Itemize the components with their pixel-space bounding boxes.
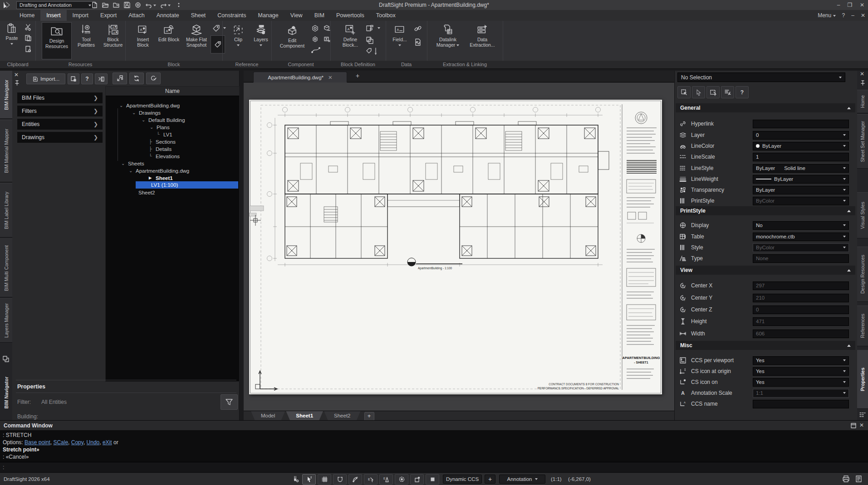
edit-component-button[interactable]: Edit Component — [278, 24, 307, 48]
accordion-filters[interactable]: Filters❯ — [17, 106, 103, 116]
pencil-icon[interactable] — [374, 47, 378, 55]
entity-snap-toggle[interactable]: E — [364, 474, 378, 485]
tab-sheet1[interactable]: Sheet1 — [286, 411, 323, 421]
undo-icon[interactable] — [145, 1, 152, 9]
entity-track-toggle[interactable]: E — [379, 474, 393, 485]
scale-add-button[interactable]: + — [485, 475, 495, 484]
tree-node-plans[interactable]: ⌄Plans — [150, 124, 170, 131]
tab-model[interactable]: Model — [251, 411, 285, 421]
menu-constraints[interactable]: Constraints — [211, 10, 252, 21]
linescale-value[interactable]: 1 — [753, 153, 849, 161]
menu-insert[interactable]: Insert — [40, 10, 66, 21]
menu-annotate[interactable]: Annotate — [151, 10, 185, 21]
component-delete-icon[interactable] — [323, 35, 331, 43]
grid-toggle[interactable] — [318, 474, 331, 485]
block-attributes-dropdown-icon[interactable] — [378, 27, 380, 29]
attach-mapping-button[interactable] — [68, 73, 79, 84]
linestyle-value[interactable]: ByLayerSolid line — [753, 164, 849, 173]
redo-dropdown-icon[interactable] — [168, 5, 171, 6]
menu-attach[interactable]: Attach — [123, 10, 150, 21]
new-tab-button[interactable]: + — [353, 72, 362, 80]
paste-reference-icon[interactable] — [25, 45, 32, 53]
notes-status-icon[interactable] — [855, 475, 863, 483]
tree-node-details[interactable]: ├Details — [149, 146, 172, 152]
dock-tab-bim-multi-component[interactable]: BIM Multi Component — [0, 238, 12, 297]
lineweight-value[interactable]: ByLayer — [753, 175, 849, 184]
component-remove-icon[interactable] — [323, 24, 331, 32]
dynamic-ccs-button[interactable]: Dynamic CCS — [443, 475, 482, 484]
insert-block-button[interactable]: A Insert Block — [131, 24, 155, 48]
menu-bim[interactable]: BIM — [309, 10, 330, 21]
dock-tab-home[interactable]: Home — [857, 90, 868, 113]
polar-tracking-toggle[interactable] — [348, 474, 362, 485]
dock-tab-references[interactable]: References — [857, 306, 868, 346]
tree-node-default-building[interactable]: ⌄Default Building — [142, 116, 185, 123]
cs-icon-at-origin-value[interactable]: Yes — [753, 367, 849, 376]
document-tab[interactable]: ApartmentBuilding.dwg* ✕ — [253, 72, 347, 82]
component-path-icon[interactable] — [311, 46, 320, 54]
field-button[interactable]: A Field... — [389, 24, 410, 48]
filter-funnel-button[interactable] — [221, 394, 238, 410]
section-printstyle[interactable]: PrintStyle — [676, 206, 855, 215]
accordion-drawings[interactable]: Drawings❯ — [17, 132, 103, 143]
option-base-point[interactable]: Base point — [25, 439, 50, 446]
hexagon-subcomponent-icon[interactable] — [311, 35, 319, 43]
add-sheet-button[interactable]: + — [364, 412, 374, 421]
tag-dropdown-icon[interactable] — [223, 27, 226, 29]
tree-node-sheet2[interactable]: Sheet2 — [138, 189, 155, 196]
selection-dropdown[interactable]: No Selection — [677, 73, 845, 82]
make-flat-snapshot-button[interactable]: Make Flat Snapshot — [181, 24, 211, 48]
redo-icon[interactable] — [160, 1, 167, 9]
block-structure-button[interactable]: A A Block Structure — [100, 24, 126, 48]
drawing-sheet[interactable]: ApartmentBuilding - 1:100 — [249, 100, 662, 394]
accordion-bim-files[interactable]: BIM Files❯ — [17, 92, 103, 103]
data-extraction-button[interactable]: Data Extraction... — [466, 24, 498, 48]
open-file-icon[interactable] — [102, 1, 109, 9]
define-block-button[interactable]: A Define Block... — [338, 24, 363, 48]
paste-dropdown-icon[interactable] — [10, 43, 13, 45]
print-status-icon[interactable] — [842, 475, 850, 483]
edit-block-button[interactable]: A Edit Block — [157, 24, 181, 43]
section-misc[interactable]: Misc — [676, 341, 855, 350]
snap-settings-icon[interactable] — [292, 475, 299, 483]
tree-node-lv1[interactable]: └LV1 — [157, 131, 172, 138]
link-sheet-button[interactable] — [113, 73, 127, 84]
bim-help-button[interactable]: ? — [81, 73, 93, 84]
field-dropdown-icon[interactable] — [398, 44, 401, 46]
ccs-per-viewport-value[interactable]: Yes — [753, 356, 849, 365]
new-file-icon[interactable] — [91, 1, 98, 9]
layer-value[interactable]: 0 — [753, 131, 849, 140]
annotation-scale-dropdown[interactable]: Annotation — [499, 475, 545, 484]
open-recent-icon[interactable] — [113, 1, 120, 9]
tool-palettes-button[interactable]: Tool Palettes — [74, 24, 99, 48]
tree-node-lv1-viewport[interactable]: LV1 (1:100) — [136, 181, 238, 189]
display-value[interactable]: No — [753, 221, 849, 230]
dock-tab-bim-material-mapper[interactable]: BIM Material Mapper — [0, 120, 12, 182]
dock-tab-layers-manager[interactable]: Layers Manager — [0, 298, 12, 343]
selection-mode-toggle[interactable] — [302, 474, 316, 485]
dock-tab-design-resources[interactable]: Design Resources — [857, 247, 868, 302]
menu-view[interactable]: View — [284, 10, 309, 21]
tree-node-apartmentbuilding[interactable]: ⌄ApartmentBuilding.dwg — [119, 102, 180, 109]
customize-toolbar-icon[interactable] — [175, 1, 182, 9]
pin-icon[interactable] — [860, 80, 866, 86]
tab-sheet2[interactable]: Sheet2 — [324, 411, 360, 421]
hyperlink-value[interactable] — [753, 120, 849, 128]
quick-select-button[interactable] — [721, 86, 734, 98]
cs-icon-on-value[interactable]: Yes — [753, 378, 849, 387]
tag-toggle-button[interactable] — [211, 35, 225, 53]
select-entities-button[interactable] — [677, 86, 691, 98]
panel-close-icon[interactable]: ✕ — [14, 72, 19, 78]
save-icon[interactable] — [123, 1, 131, 9]
minimize-button[interactable]: – — [834, 1, 843, 9]
menu-toolbox[interactable]: Toolbox — [370, 10, 402, 21]
command-history[interactable]: : STRETCH Options: Base point, SCale, Co… — [0, 430, 868, 462]
deselect-button[interactable] — [692, 86, 705, 98]
sync-button[interactable] — [129, 73, 144, 84]
section-view[interactable]: View — [676, 266, 855, 275]
clip-dropdown-icon[interactable] — [237, 44, 240, 46]
page-link-icon[interactable] — [414, 38, 422, 46]
section-general[interactable]: General — [676, 103, 855, 112]
hexagon-component-icon[interactable] — [311, 24, 319, 32]
layers-button[interactable]: PDF Layers — [250, 24, 271, 48]
